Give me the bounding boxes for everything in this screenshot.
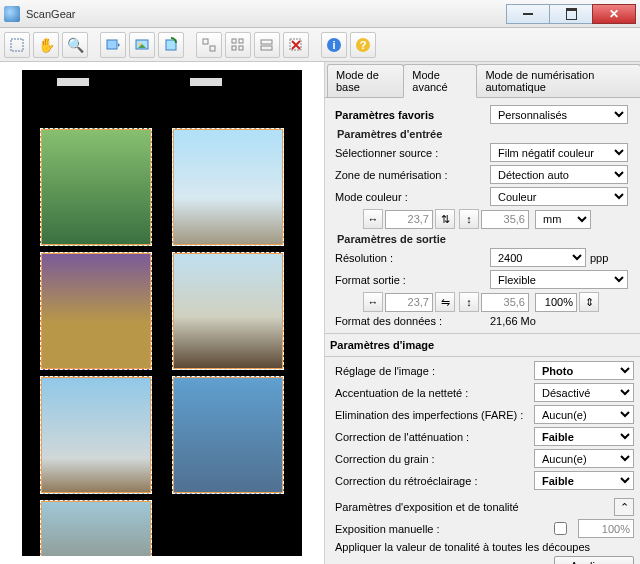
backlight-label: Correction du rétroéclairage : [331,475,534,487]
app-icon [4,6,20,22]
colormode-select[interactable]: Couleur [490,187,628,206]
resolution-unit: ppp [590,252,608,264]
sharp-select[interactable]: Désactivé [534,383,634,402]
fade-label: Correction de l'atténuation : [331,431,534,443]
settings-panel: Mode de base Mode avancé Mode de numéris… [325,62,640,564]
expand-icon[interactable]: ⌃ [614,498,634,516]
format-select[interactable]: Flexible [490,270,628,289]
adjust-select[interactable]: Photo [534,361,634,380]
fade-select[interactable]: Faible [534,427,634,446]
output-scale[interactable] [535,293,577,312]
help-icon[interactable]: ? [350,32,376,58]
input-height[interactable] [481,210,529,229]
exptone-label: Paramètres d'exposition et de tonalité [331,501,614,513]
svg-rect-10 [239,46,243,50]
tab-auto[interactable]: Mode de numérisation automatique [476,64,640,97]
rotate-icon[interactable] [158,32,184,58]
scanzone-select[interactable]: Détection auto [490,165,628,184]
input-width[interactable] [385,210,433,229]
minimize-button[interactable] [506,4,550,24]
colormode-label: Mode couleur : [331,191,490,203]
applytone-label: Appliquer la valeur de tonalité à toutes… [331,541,634,553]
output-header: Paramètres de sortie [337,233,634,245]
maximize-button[interactable] [549,4,593,24]
scanzone-label: Zone de numérisation : [331,169,490,181]
svg-rect-12 [261,46,272,50]
tab-basic[interactable]: Mode de base [327,64,404,97]
source-label: Sélectionner source : [331,147,490,159]
svg-rect-11 [261,40,272,44]
adjust-label: Réglage de l'image : [331,365,534,377]
favorites-select[interactable]: Personnalisés [490,105,628,124]
crop-single-icon[interactable] [196,32,222,58]
svg-rect-6 [210,46,215,51]
out-height-icon: ↕ [459,292,479,312]
grain-select[interactable]: Aucun(e) [534,449,634,468]
film-frame[interactable] [172,252,284,370]
favorites-label: Paramètres favoris [331,109,490,121]
output-width[interactable] [385,293,433,312]
zoom-tool-icon[interactable]: 🔍 [62,32,88,58]
datasize-value: 21,66 Mo [490,315,536,327]
manualexp-value[interactable] [578,519,634,538]
film-frame[interactable] [40,128,152,246]
preview-icon[interactable] [100,32,126,58]
delete-crop-icon[interactable] [283,32,309,58]
sharp-label: Accentuation de la netteté : [331,387,534,399]
width-icon: ↔ [363,209,383,229]
scale-stepper-icon[interactable]: ⇕ [579,292,599,312]
source-select[interactable]: Film négatif couleur [490,143,628,162]
svg-rect-1 [107,40,117,49]
title-bar: ScanGear [0,0,640,28]
backlight-select[interactable]: Faible [534,471,634,490]
info-icon[interactable]: i [321,32,347,58]
thumbnail-icon[interactable] [129,32,155,58]
out-width-icon: ↔ [363,292,383,312]
svg-rect-0 [11,39,23,51]
image-header: Paramètres d'image [325,333,640,357]
resolution-label: Résolution : [331,252,490,264]
toolbar: ✋ 🔍 i ? [0,28,640,62]
film-frame[interactable] [40,376,152,494]
tab-advanced[interactable]: Mode avancé [403,64,477,98]
svg-rect-9 [232,46,236,50]
datasize-label: Format des données : [331,315,490,327]
close-button[interactable] [592,4,636,24]
unit-select[interactable]: mm [535,210,591,229]
swap-icon[interactable]: ⇅ [435,209,455,229]
select-tool-icon[interactable] [4,32,30,58]
fare-label: Elimination des imperfections (FARE) : [331,409,534,421]
preview-pane [0,62,325,564]
output-height[interactable] [481,293,529,312]
film-frame[interactable] [172,128,284,246]
grain-label: Correction du grain : [331,453,534,465]
svg-rect-8 [239,39,243,43]
filmstrip[interactable] [22,70,302,556]
crop-all-icon[interactable] [254,32,280,58]
film-frame[interactable] [172,376,284,494]
hand-tool-icon[interactable]: ✋ [33,32,59,58]
input-header: Paramètres d'entrée [337,128,634,140]
svg-text:?: ? [360,39,367,51]
svg-rect-5 [203,39,208,44]
lock-ratio-icon[interactable]: ⇋ [435,292,455,312]
svg-rect-4 [166,40,176,50]
height-icon: ↕ [459,209,479,229]
manualexp-checkbox[interactable] [554,522,567,535]
resolution-select[interactable]: 2400 [490,248,586,267]
svg-text:i: i [332,39,335,51]
fare-select[interactable]: Aucun(e) [534,405,634,424]
manualexp-label: Exposition manuelle : [331,523,550,535]
apply-button[interactable]: Appliquer [554,556,634,564]
format-label: Format sortie : [331,274,490,286]
film-frame[interactable] [40,500,152,556]
film-frame[interactable] [40,252,152,370]
crop-multi-icon[interactable] [225,32,251,58]
app-title: ScanGear [26,8,507,20]
svg-rect-7 [232,39,236,43]
